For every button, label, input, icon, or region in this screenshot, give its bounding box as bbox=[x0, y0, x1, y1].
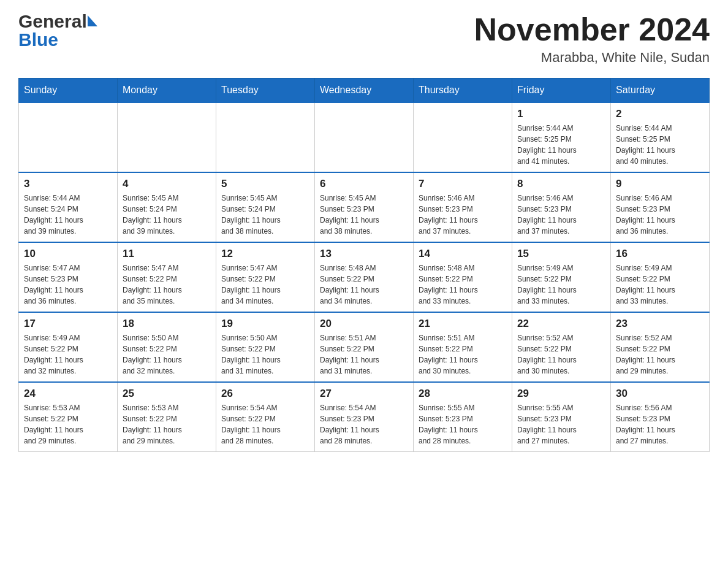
calendar-cell: 10Sunrise: 5:47 AMSunset: 5:23 PMDayligh… bbox=[19, 242, 118, 312]
weekday-header-row: SundayMondayTuesdayWednesdayThursdayFrid… bbox=[19, 79, 710, 103]
day-info: Sunrise: 5:51 AMSunset: 5:22 PMDaylight:… bbox=[419, 332, 507, 377]
calendar-subtitle: Marabba, White Nile, Sudan bbox=[474, 50, 710, 66]
calendar-cell: 27Sunrise: 5:54 AMSunset: 5:23 PMDayligh… bbox=[315, 382, 414, 452]
calendar-cell: 16Sunrise: 5:49 AMSunset: 5:22 PMDayligh… bbox=[611, 242, 710, 312]
day-info: Sunrise: 5:53 AMSunset: 5:22 PMDaylight:… bbox=[24, 402, 112, 446]
calendar-table: SundayMondayTuesdayWednesdayThursdayFrid… bbox=[18, 78, 710, 452]
day-info: Sunrise: 5:44 AMSunset: 5:25 PMDaylight:… bbox=[517, 123, 605, 167]
day-info: Sunrise: 5:53 AMSunset: 5:22 PMDaylight:… bbox=[123, 402, 211, 446]
day-number: 2 bbox=[616, 108, 704, 120]
day-number: 24 bbox=[24, 388, 112, 400]
calendar-cell: 14Sunrise: 5:48 AMSunset: 5:22 PMDayligh… bbox=[414, 242, 512, 312]
day-number: 14 bbox=[419, 248, 507, 260]
calendar-cell: 30Sunrise: 5:56 AMSunset: 5:23 PMDayligh… bbox=[611, 382, 710, 452]
calendar-cell: 21Sunrise: 5:51 AMSunset: 5:22 PMDayligh… bbox=[414, 312, 512, 382]
day-number: 20 bbox=[320, 318, 408, 330]
day-number: 13 bbox=[320, 248, 408, 260]
calendar-cell: 7Sunrise: 5:46 AMSunset: 5:23 PMDaylight… bbox=[414, 172, 512, 242]
day-info: Sunrise: 5:45 AMSunset: 5:24 PMDaylight:… bbox=[123, 193, 211, 237]
calendar-cell: 5Sunrise: 5:45 AMSunset: 5:24 PMDaylight… bbox=[216, 172, 315, 242]
day-info: Sunrise: 5:49 AMSunset: 5:22 PMDaylight:… bbox=[616, 262, 704, 307]
calendar-title: November 2024 bbox=[474, 12, 710, 47]
weekday-header-wednesday: Wednesday bbox=[315, 79, 414, 103]
calendar-cell bbox=[414, 102, 512, 172]
day-info: Sunrise: 5:46 AMSunset: 5:23 PMDaylight:… bbox=[616, 193, 704, 237]
day-number: 5 bbox=[221, 178, 309, 190]
week-row-1: 1Sunrise: 5:44 AMSunset: 5:25 PMDaylight… bbox=[19, 102, 710, 172]
calendar-cell bbox=[118, 102, 216, 172]
calendar-cell: 22Sunrise: 5:52 AMSunset: 5:22 PMDayligh… bbox=[512, 312, 611, 382]
day-info: Sunrise: 5:50 AMSunset: 5:22 PMDaylight:… bbox=[123, 332, 211, 377]
day-info: Sunrise: 5:56 AMSunset: 5:23 PMDaylight:… bbox=[616, 402, 704, 446]
day-info: Sunrise: 5:45 AMSunset: 5:23 PMDaylight:… bbox=[320, 193, 408, 237]
logo: General Blue bbox=[18, 12, 97, 49]
day-number: 19 bbox=[221, 318, 309, 330]
day-number: 22 bbox=[517, 318, 605, 330]
day-info: Sunrise: 5:49 AMSunset: 5:22 PMDaylight:… bbox=[24, 332, 112, 377]
calendar-cell: 26Sunrise: 5:54 AMSunset: 5:22 PMDayligh… bbox=[216, 382, 315, 452]
day-info: Sunrise: 5:44 AMSunset: 5:25 PMDaylight:… bbox=[616, 123, 704, 167]
logo-blue-text: Blue bbox=[18, 31, 97, 49]
calendar-cell: 25Sunrise: 5:53 AMSunset: 5:22 PMDayligh… bbox=[118, 382, 216, 452]
logo-general-text: General bbox=[18, 11, 87, 31]
calendar-cell: 19Sunrise: 5:50 AMSunset: 5:22 PMDayligh… bbox=[216, 312, 315, 382]
calendar-cell: 13Sunrise: 5:48 AMSunset: 5:22 PMDayligh… bbox=[315, 242, 414, 312]
calendar-cell: 23Sunrise: 5:52 AMSunset: 5:22 PMDayligh… bbox=[611, 312, 710, 382]
week-row-2: 3Sunrise: 5:44 AMSunset: 5:24 PMDaylight… bbox=[19, 172, 710, 242]
day-info: Sunrise: 5:52 AMSunset: 5:22 PMDaylight:… bbox=[517, 332, 605, 377]
day-number: 11 bbox=[123, 248, 211, 260]
calendar-cell: 1Sunrise: 5:44 AMSunset: 5:25 PMDaylight… bbox=[512, 102, 611, 172]
day-number: 4 bbox=[123, 178, 211, 190]
calendar-cell: 15Sunrise: 5:49 AMSunset: 5:22 PMDayligh… bbox=[512, 242, 611, 312]
calendar-cell: 11Sunrise: 5:47 AMSunset: 5:22 PMDayligh… bbox=[118, 242, 216, 312]
day-info: Sunrise: 5:54 AMSunset: 5:22 PMDaylight:… bbox=[221, 402, 309, 446]
weekday-header-saturday: Saturday bbox=[611, 79, 710, 103]
day-info: Sunrise: 5:45 AMSunset: 5:24 PMDaylight:… bbox=[221, 193, 309, 237]
day-number: 28 bbox=[419, 388, 507, 400]
weekday-header-sunday: Sunday bbox=[19, 79, 118, 103]
day-number: 15 bbox=[517, 248, 605, 260]
calendar-cell: 12Sunrise: 5:47 AMSunset: 5:22 PMDayligh… bbox=[216, 242, 315, 312]
calendar-cell: 24Sunrise: 5:53 AMSunset: 5:22 PMDayligh… bbox=[19, 382, 118, 452]
calendar-cell: 20Sunrise: 5:51 AMSunset: 5:22 PMDayligh… bbox=[315, 312, 414, 382]
day-number: 9 bbox=[616, 178, 704, 190]
day-number: 12 bbox=[221, 248, 309, 260]
day-info: Sunrise: 5:54 AMSunset: 5:23 PMDaylight:… bbox=[320, 402, 408, 446]
calendar-cell bbox=[19, 102, 118, 172]
day-info: Sunrise: 5:52 AMSunset: 5:22 PMDaylight:… bbox=[616, 332, 704, 377]
calendar-cell: 29Sunrise: 5:55 AMSunset: 5:23 PMDayligh… bbox=[512, 382, 611, 452]
weekday-header-friday: Friday bbox=[512, 79, 611, 103]
day-info: Sunrise: 5:48 AMSunset: 5:22 PMDaylight:… bbox=[419, 262, 507, 307]
day-number: 21 bbox=[419, 318, 507, 330]
calendar-cell: 17Sunrise: 5:49 AMSunset: 5:22 PMDayligh… bbox=[19, 312, 118, 382]
day-number: 7 bbox=[419, 178, 507, 190]
day-number: 29 bbox=[517, 388, 605, 400]
day-number: 8 bbox=[517, 178, 605, 190]
weekday-header-monday: Monday bbox=[118, 79, 216, 103]
title-block: November 2024 Marabba, White Nile, Sudan bbox=[474, 12, 710, 66]
calendar-cell: 3Sunrise: 5:44 AMSunset: 5:24 PMDaylight… bbox=[19, 172, 118, 242]
calendar-cell bbox=[216, 102, 315, 172]
calendar-cell: 18Sunrise: 5:50 AMSunset: 5:22 PMDayligh… bbox=[118, 312, 216, 382]
day-number: 3 bbox=[24, 178, 112, 190]
day-number: 16 bbox=[616, 248, 704, 260]
calendar-cell: 8Sunrise: 5:46 AMSunset: 5:23 PMDaylight… bbox=[512, 172, 611, 242]
day-number: 23 bbox=[616, 318, 704, 330]
day-info: Sunrise: 5:47 AMSunset: 5:23 PMDaylight:… bbox=[24, 262, 112, 307]
weekday-header-thursday: Thursday bbox=[414, 79, 512, 103]
day-number: 18 bbox=[123, 318, 211, 330]
day-info: Sunrise: 5:49 AMSunset: 5:22 PMDaylight:… bbox=[517, 262, 605, 307]
day-info: Sunrise: 5:51 AMSunset: 5:22 PMDaylight:… bbox=[320, 332, 408, 377]
day-info: Sunrise: 5:46 AMSunset: 5:23 PMDaylight:… bbox=[419, 193, 507, 237]
day-number: 26 bbox=[221, 388, 309, 400]
calendar-cell: 4Sunrise: 5:45 AMSunset: 5:24 PMDaylight… bbox=[118, 172, 216, 242]
day-info: Sunrise: 5:47 AMSunset: 5:22 PMDaylight:… bbox=[123, 262, 211, 307]
day-info: Sunrise: 5:50 AMSunset: 5:22 PMDaylight:… bbox=[221, 332, 309, 377]
calendar-cell: 9Sunrise: 5:46 AMSunset: 5:23 PMDaylight… bbox=[611, 172, 710, 242]
day-info: Sunrise: 5:55 AMSunset: 5:23 PMDaylight:… bbox=[517, 402, 605, 446]
calendar-cell bbox=[315, 102, 414, 172]
day-number: 10 bbox=[24, 248, 112, 260]
calendar-cell: 2Sunrise: 5:44 AMSunset: 5:25 PMDaylight… bbox=[611, 102, 710, 172]
day-number: 25 bbox=[123, 388, 211, 400]
day-info: Sunrise: 5:47 AMSunset: 5:22 PMDaylight:… bbox=[221, 262, 309, 307]
